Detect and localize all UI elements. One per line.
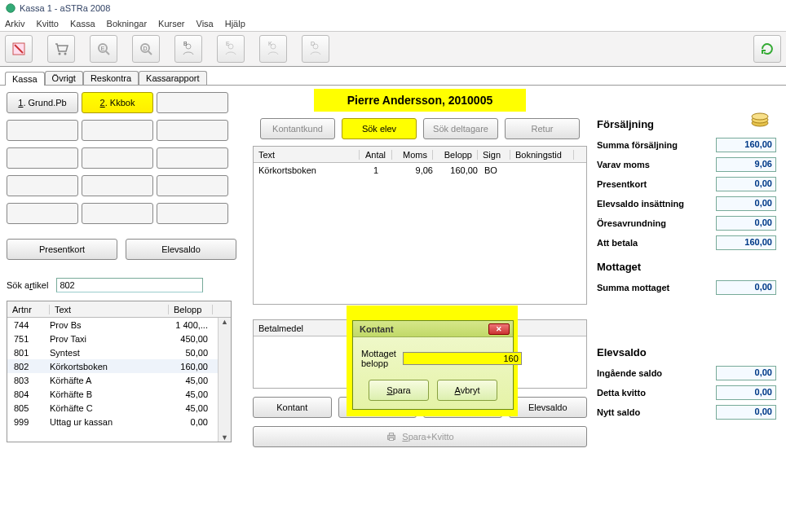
quick-btn-11[interactable] — [82, 175, 153, 196]
search-input[interactable] — [56, 278, 203, 292]
svg-rect-21 — [390, 438, 394, 441]
table-row[interactable]: Körkortsboken19,06160,00BO — [254, 163, 586, 177]
tool-user-e-icon[interactable]: E — [217, 35, 245, 63]
value-row: Nytt saldo0,00 — [597, 402, 776, 422]
svg-rect-20 — [390, 433, 394, 436]
value-box: 0,00 — [716, 385, 776, 400]
quick-btn-14[interactable] — [82, 203, 153, 224]
quick-button-grid: 11. Grund.Pb. Grund.Pb 2. Kkbok2. Kkbok — [7, 92, 243, 227]
quick-btn-12[interactable] — [157, 175, 228, 196]
tool-refresh-icon[interactable] — [753, 35, 781, 63]
tab-ovrigt[interactable]: Övrigt — [45, 71, 83, 85]
elevsaldo-button[interactable]: Elevsaldo — [126, 239, 236, 260]
quick-btn-3[interactable] — [157, 92, 228, 113]
modal-save-button[interactable]: SparaSpara — [369, 380, 429, 401]
order-body[interactable]: Körkortsboken19,06160,00BO — [254, 163, 586, 177]
value-label: Elevsaldo insättning — [597, 199, 684, 209]
scroll-up-icon[interactable]: ▲ — [221, 318, 228, 326]
article-body[interactable]: 744Prov Bs1 400,...751Prov Taxi450,00801… — [7, 318, 218, 442]
tab-reskontra[interactable]: Reskontra — [83, 71, 139, 85]
value-box: 9,06 — [716, 157, 776, 172]
tool-user-b-icon[interactable]: B — [174, 35, 202, 63]
quick-btn-10[interactable] — [7, 175, 78, 196]
menu-bokningar[interactable]: Bokningar — [107, 19, 148, 29]
svg-text:D: D — [143, 46, 147, 51]
quick-btn-8[interactable] — [82, 147, 153, 169]
quick-btn-1[interactable]: 11. Grund.Pb. Grund.Pb — [7, 92, 78, 113]
modal-cancel-button[interactable]: AvbrytAvbryt — [437, 380, 497, 401]
btn-sok-deltagare[interactable]: Sök deltagare — [423, 118, 498, 139]
menu-visa[interactable]: Visa — [196, 19, 214, 29]
oh-belopp[interactable]: Belopp — [433, 150, 478, 160]
btn-sok-elev[interactable]: Sök elev — [342, 118, 417, 139]
quick-btn-6[interactable] — [157, 120, 228, 141]
menu-arkiv[interactable]: Arkiv — [5, 19, 24, 29]
modal-close-button[interactable]: ✕ — [488, 323, 510, 335]
tab-kassa[interactable]: Kassa — [5, 72, 45, 86]
tool-search-e-icon[interactable]: E — [90, 35, 117, 63]
menu-kurser[interactable]: Kurser — [158, 19, 184, 29]
value-label: Varav moms — [597, 160, 650, 169]
svg-point-3 — [59, 53, 61, 55]
scrollbar[interactable]: ▲ ▼ — [218, 318, 231, 442]
list-item[interactable]: 802Körkortsboken160,00 — [7, 359, 218, 373]
tool-delete-icon[interactable] — [5, 35, 33, 63]
received-title: Mottaget — [597, 261, 776, 273]
oh-bokningstid[interactable]: Bokningstid — [510, 150, 574, 160]
quick-btn-5[interactable] — [82, 120, 153, 141]
oh-text[interactable]: Text — [254, 150, 360, 160]
list-item[interactable]: 804Körhäfte B45,00 — [7, 387, 218, 401]
value-box: 0,00 — [716, 405, 776, 420]
svg-text:D: D — [311, 41, 315, 46]
quick-btn-15[interactable] — [157, 203, 228, 224]
col-artnr[interactable]: Artnr — [7, 305, 50, 314]
col-belopp[interactable]: Belopp — [169, 305, 213, 314]
list-item[interactable]: 805Körhäfte C45,00 — [7, 401, 218, 415]
tool-user-k-icon[interactable]: K — [259, 35, 287, 63]
list-item[interactable]: 803Körhäfte A45,00 — [7, 373, 218, 387]
menu-hjalp[interactable]: Hjälp — [225, 19, 245, 29]
value-label: Summa mottaget — [597, 283, 669, 292]
customer-header: Pierre Andersson, 2010005 — [314, 89, 526, 112]
list-item[interactable]: 751Prov Taxi450,00 — [7, 332, 218, 345]
app-icon — [5, 2, 16, 14]
tool-search-d-icon[interactable]: D — [132, 35, 160, 63]
value-row: Presentkort0,00 — [597, 174, 776, 194]
list-item[interactable]: 801Syntest50,00 — [7, 345, 218, 359]
svg-point-24 — [752, 113, 768, 120]
col-text[interactable]: Text — [50, 305, 169, 314]
list-item[interactable]: 744Prov Bs1 400,... — [7, 318, 218, 332]
menu-bar: Arkiv Kvitto Kassa Bokningar Kurser Visa… — [0, 16, 786, 31]
save-receipt-button[interactable]: Spara+KvittoSpara+Kvitto — [253, 426, 587, 447]
value-row: Öresavrundning0,00 — [597, 213, 776, 233]
oh-sign[interactable]: Sign — [478, 150, 510, 160]
quick-btn-13[interactable] — [7, 203, 78, 224]
value-row: Summa mottaget0,00 — [597, 278, 776, 297]
svg-line-9 — [148, 51, 152, 55]
tab-kassarapport[interactable]: Kassarapport — [139, 71, 206, 85]
btn-kontantkund[interactable]: Kontantkund — [260, 118, 335, 139]
toolbar: E D B E K D — [0, 31, 786, 67]
value-box: 160,00 — [716, 235, 776, 250]
tool-user-d-icon[interactable]: D — [302, 35, 329, 63]
menu-kassa[interactable]: Kassa — [70, 19, 95, 29]
quick-btn-4[interactable] — [7, 120, 78, 141]
value-row: Detta kvitto0,00 — [597, 383, 776, 402]
btn-retur[interactable]: Retur — [505, 118, 580, 139]
svg-text:E: E — [101, 46, 105, 51]
menu-kvitto[interactable]: Kvitto — [36, 19, 59, 29]
scroll-down-icon[interactable]: ▼ — [221, 433, 228, 442]
modal-amount-input[interactable] — [403, 352, 522, 365]
list-item[interactable]: 999Uttag ur kassan0,00 — [7, 415, 218, 429]
presentkort-button[interactable]: Presentkort — [7, 239, 117, 260]
paybtn-kontant[interactable]: Kontant — [253, 397, 332, 418]
tool-cart-icon[interactable] — [47, 35, 75, 63]
quick-btn-9[interactable] — [157, 147, 228, 169]
svg-text:B: B — [183, 41, 188, 46]
quick-btn-7[interactable] — [7, 147, 78, 169]
quick-btn-2[interactable]: 2. Kkbok2. Kkbok — [82, 92, 153, 113]
oh-antal[interactable]: Antal — [360, 150, 392, 160]
modal-title-text: Kontant — [360, 324, 394, 334]
paybtn-elevsaldo[interactable]: Elevsaldo — [509, 397, 588, 418]
oh-moms[interactable]: Moms — [392, 150, 433, 160]
